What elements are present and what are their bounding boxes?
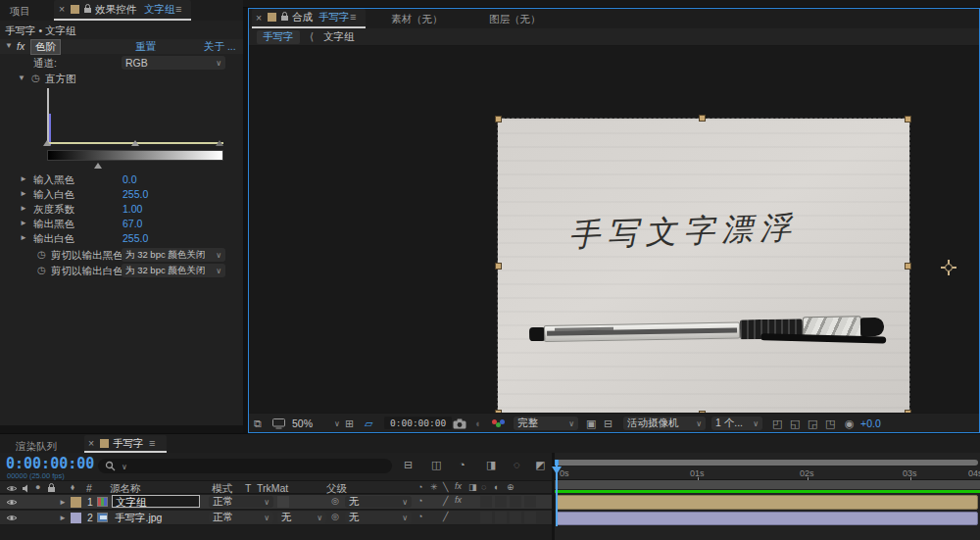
work-area-bar[interactable] (555, 480, 980, 489)
current-timecode[interactable]: 0:00:00:00 (6, 455, 94, 472)
source-name-column-header[interactable]: 源名称 (110, 482, 141, 496)
grid-guides-icon[interactable]: ⊞ (345, 417, 354, 430)
twirl-right-icon[interactable]: ► (20, 189, 27, 198)
selection-handle[interactable] (699, 115, 706, 122)
output-black-marker[interactable] (94, 163, 102, 169)
tab-render-queue[interactable]: 渲染队列 (16, 440, 57, 454)
layer-bar-1[interactable] (556, 495, 978, 510)
twirl-right-icon[interactable]: ► (20, 174, 27, 183)
levels-histogram[interactable] (47, 88, 223, 145)
effect-reset-link[interactable]: 重置 (135, 40, 156, 54)
stopwatch-icon[interactable]: ◷ (37, 265, 46, 275)
parent-select[interactable]: 无∨ (345, 512, 412, 523)
adjust-exposure-icon[interactable]: ◳ (825, 417, 835, 430)
hide-shy-layers-icon[interactable]: ◔ (459, 459, 466, 470)
pixel-aspect-correction-icon[interactable]: ◱ (790, 417, 800, 430)
search-icon[interactable] (105, 461, 116, 471)
transparency-grid-icon[interactable]: ⊟ (604, 417, 612, 430)
anchor-point[interactable] (941, 260, 956, 275)
quality-toggle-icon[interactable]: ╱ (443, 512, 448, 521)
tab-timeline-comp[interactable]: × 手写字 ≡ (84, 435, 167, 452)
param-value[interactable]: 255.0 (122, 232, 148, 244)
selection-handle[interactable] (495, 263, 502, 270)
t-column-header[interactable]: T (245, 482, 251, 494)
effect-about-link[interactable]: 关于 ... (204, 40, 236, 54)
param-value[interactable]: 1.00 (122, 203, 142, 215)
fast-previews-icon[interactable]: ◲ (808, 417, 817, 430)
close-icon[interactable]: × (256, 12, 262, 24)
layer-label-color[interactable] (71, 497, 81, 508)
playhead-head[interactable] (552, 466, 562, 474)
composition-viewer[interactable]: 手写文字漂浮 (249, 46, 979, 413)
layer-visibility-icon[interactable] (6, 514, 18, 522)
show-channels-icon[interactable] (492, 419, 506, 429)
panel-menu-icon[interactable]: ≡ (149, 437, 155, 449)
layer-row-1[interactable]: ► 1 文字组 正常∨ ◎ 无∨ ◔ ╱ fx (0, 495, 552, 510)
effects-toggle-icon[interactable]: fx (455, 495, 462, 505)
lock-icon[interactable] (280, 12, 289, 22)
parent-column-header[interactable]: 父级 (326, 482, 347, 496)
twirl-right-icon[interactable]: ► (20, 219, 27, 227)
gamma-marker[interactable] (131, 140, 139, 146)
layer-expand-icon[interactable]: ► (59, 498, 67, 507)
tab-layer[interactable]: 图层（无） (489, 13, 541, 26)
param-value[interactable]: 0.0 (122, 173, 137, 185)
always-preview-icon[interactable]: ⧉ (254, 417, 262, 430)
layer-name-edit-box[interactable]: 文字组 (112, 495, 200, 508)
input-black-marker[interactable] (43, 140, 51, 146)
layer-label-color[interactable] (71, 513, 81, 523)
resolution-select[interactable]: 完整∨ (514, 417, 578, 430)
layer-expand-icon[interactable]: ► (59, 514, 67, 522)
twirl-down-icon[interactable]: ▼ (5, 41, 13, 50)
parent-pickwhip-icon[interactable]: ◎ (331, 496, 339, 506)
search-field[interactable]: ∨ (98, 459, 392, 473)
view-count-select[interactable]: 1 个...∨ (711, 417, 762, 430)
draft-3d-icon[interactable]: ◫ (431, 459, 441, 471)
panel-menu-icon[interactable]: ≡ (350, 11, 356, 23)
main-monitor-icon[interactable] (272, 418, 285, 429)
clip-white-select[interactable]: 为 32 bpc 颜色关闭∨ (122, 264, 225, 277)
viewer-timecode[interactable]: 0:00:00:00 (384, 417, 452, 429)
zoom-level-select[interactable]: 50% (292, 417, 313, 429)
region-of-interest-icon[interactable]: ▱ (365, 417, 372, 430)
parent-pickwhip-icon[interactable]: ◎ (331, 512, 339, 521)
channel-select[interactable]: RGB∨ (122, 56, 225, 70)
mode-column-header[interactable]: 模式 (212, 482, 232, 496)
parent-select[interactable]: 无∨ (345, 496, 412, 508)
camera-select[interactable]: 活动摄像机∨ (623, 417, 706, 430)
frame-blending-icon[interactable]: ◨ (486, 459, 496, 471)
layer-mode-select[interactable]: 正常∨ (209, 512, 273, 523)
trkmat-column-header[interactable]: TrkMat (257, 482, 288, 494)
panel-menu-icon[interactable]: ≡ (175, 3, 181, 15)
exposure-value[interactable]: +0.0 (860, 417, 881, 429)
show-snapshot-icon[interactable]: ◖ (474, 417, 481, 429)
layer-bar-2[interactable] (556, 512, 978, 525)
graph-editor-icon[interactable]: ◩ (535, 459, 545, 471)
quality-toggle-icon[interactable]: ╱ (443, 496, 448, 506)
reset-exposure-icon[interactable]: ◉ (845, 417, 855, 430)
tab-effect-controls[interactable]: × 效果控件 文字组 ≡ (54, 0, 191, 19)
composition-flowchart-icon[interactable]: ⊟ (404, 459, 413, 471)
tab-footage[interactable]: 素材（无） (391, 13, 443, 26)
time-navigator[interactable] (555, 460, 978, 466)
selection-handle[interactable] (905, 116, 911, 123)
clip-black-select[interactable]: 为 32 bpc 颜色关闭∨ (122, 248, 225, 262)
stopwatch-icon[interactable]: ◷ (31, 73, 40, 83)
motion-blur-icon[interactable]: ◌ (514, 459, 520, 470)
fx-badge-icon[interactable]: fx (17, 40, 24, 52)
input-white-marker[interactable] (216, 140, 223, 146)
breadcrumb-parent-comp[interactable]: 手写字 (257, 30, 300, 44)
time-ruler[interactable]: 0s 01s 02s 03s 04s (555, 466, 980, 480)
close-icon[interactable]: × (88, 437, 94, 449)
output-gradient-bar[interactable] (47, 150, 223, 161)
snapshot-camera-icon[interactable] (453, 418, 466, 429)
tab-composition[interactable]: × 合成 手写字 ≡ (252, 9, 366, 26)
param-value[interactable]: 255.0 (122, 188, 148, 200)
view-layout-icon[interactable]: ◰ (772, 417, 782, 430)
selection-handle[interactable] (495, 116, 502, 123)
stopwatch-icon[interactable]: ◷ (37, 249, 46, 260)
twirl-right-icon[interactable]: ► (20, 204, 27, 213)
shy-toggle-icon[interactable]: ◔ (417, 512, 422, 521)
tab-project[interactable]: 项目 (10, 5, 30, 19)
twirl-right-icon[interactable]: ► (20, 233, 27, 242)
